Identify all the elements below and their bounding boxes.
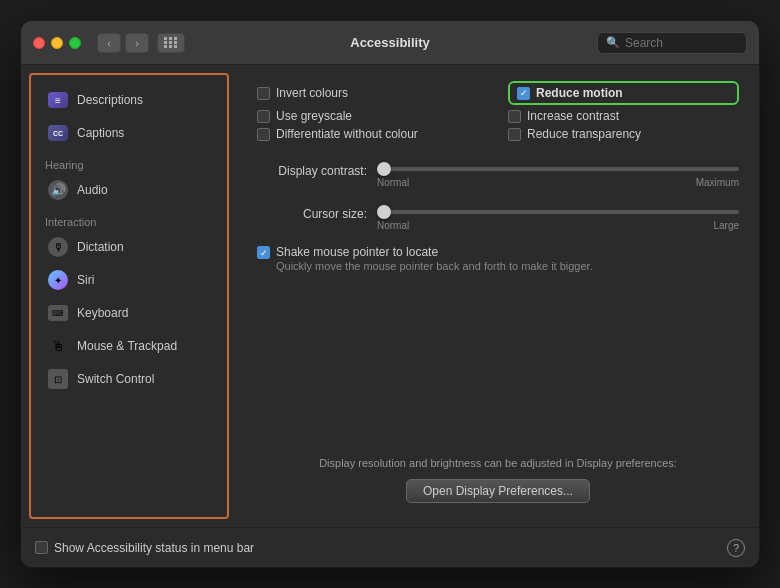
sidebar-item-mouse[interactable]: 🖱 Mouse & Trackpad: [35, 330, 223, 362]
back-button[interactable]: ‹: [97, 33, 121, 53]
sidebar-item-keyboard[interactable]: ⌨ Keyboard: [35, 297, 223, 329]
section-hearing: Hearing: [31, 153, 227, 173]
sidebar-label-descriptions: Descriptions: [77, 93, 143, 107]
window-title: Accessibility: [350, 35, 430, 50]
sidebar-item-descriptions[interactable]: Descriptions: [35, 84, 223, 116]
reduce-transparency-label: Reduce transparency: [527, 127, 641, 141]
sidebar-label-captions: Captions: [77, 126, 124, 140]
sidebar-label-siri: Siri: [77, 273, 94, 287]
cursor-size-slider-wrapper: Normal Large: [377, 200, 739, 231]
shake-title: Shake mouse pointer to locate: [276, 245, 593, 259]
display-contrast-label: Display contrast:: [257, 164, 367, 178]
display-note: Display resolution and brightness can be…: [257, 449, 739, 473]
reduce-transparency-checkbox[interactable]: [508, 128, 521, 141]
search-icon: 🔍: [606, 36, 620, 49]
minimize-button[interactable]: [51, 37, 63, 49]
sidebar-item-captions[interactable]: Captions: [35, 117, 223, 149]
reduce-motion-label: Reduce motion: [536, 86, 623, 100]
sidebar-item-audio[interactable]: 🔊 Audio: [35, 174, 223, 206]
audio-icon: 🔊: [47, 179, 69, 201]
mouse-icon: 🖱: [47, 335, 69, 357]
traffic-lights: [33, 37, 81, 49]
maximize-button[interactable]: [69, 37, 81, 49]
help-button[interactable]: ?: [727, 539, 745, 557]
shake-description: Quickly move the mouse pointer back and …: [276, 260, 593, 272]
increase-contrast-checkbox[interactable]: [508, 110, 521, 123]
show-status-row: Show Accessibility status in menu bar: [35, 541, 254, 555]
open-display-preferences-button[interactable]: Open Display Preferences...: [406, 479, 590, 503]
captions-icon: [47, 122, 69, 144]
greyscale-label: Use greyscale: [276, 109, 352, 123]
cursor-size-slider[interactable]: [377, 210, 739, 214]
greyscale-checkbox[interactable]: [257, 110, 270, 123]
shake-row: Shake mouse pointer to locate Quickly mo…: [257, 245, 739, 272]
increase-contrast-label: Increase contrast: [527, 109, 619, 123]
option-increase-contrast[interactable]: Increase contrast: [508, 109, 739, 123]
display-contrast-slider-wrapper: Normal Maximum: [377, 157, 739, 188]
switch-icon: ⊡: [47, 368, 69, 390]
sidebar-label-mouse: Mouse & Trackpad: [77, 339, 177, 353]
shake-text: Shake mouse pointer to locate Quickly mo…: [276, 245, 593, 272]
display-contrast-max: Maximum: [696, 177, 739, 188]
option-invert-colours[interactable]: Invert colours: [257, 81, 488, 105]
shake-checkbox[interactable]: [257, 246, 270, 259]
invert-colours-label: Invert colours: [276, 86, 348, 100]
sidebar-label-audio: Audio: [77, 183, 108, 197]
invert-colours-checkbox[interactable]: [257, 87, 270, 100]
forward-button[interactable]: ›: [125, 33, 149, 53]
grid-button[interactable]: [157, 33, 185, 53]
display-contrast-range: Normal Maximum: [377, 177, 739, 188]
reduce-motion-checkbox[interactable]: [517, 87, 530, 100]
sidebar: Descriptions Captions Hearing 🔊 Audio In…: [29, 73, 229, 519]
siri-icon: ✦: [47, 269, 69, 291]
search-input[interactable]: [625, 36, 738, 50]
keyboard-icon: ⌨: [47, 302, 69, 324]
cursor-size-label: Cursor size:: [257, 207, 367, 221]
search-box[interactable]: 🔍: [597, 32, 747, 54]
differentiate-label: Differentiate without colour: [276, 127, 418, 141]
sidebar-item-siri[interactable]: ✦ Siri: [35, 264, 223, 296]
display-contrast-slider[interactable]: [377, 167, 739, 171]
options-grid: Invert colours Reduce motion Use greysca…: [257, 81, 739, 141]
cursor-size-range: Normal Large: [377, 220, 739, 231]
sidebar-item-switch[interactable]: ⊡ Switch Control: [35, 363, 223, 395]
display-contrast-row: Display contrast: Normal Maximum: [257, 157, 739, 188]
cursor-size-min: Normal: [377, 220, 409, 231]
bottom-bar: Show Accessibility status in menu bar ?: [21, 527, 759, 567]
descriptions-icon: [47, 89, 69, 111]
sidebar-item-dictation[interactable]: 🎙 Dictation: [35, 231, 223, 263]
content-area: Descriptions Captions Hearing 🔊 Audio In…: [21, 65, 759, 527]
sidebar-label-dictation: Dictation: [77, 240, 124, 254]
differentiate-checkbox[interactable]: [257, 128, 270, 141]
close-button[interactable]: [33, 37, 45, 49]
sidebar-label-switch: Switch Control: [77, 372, 154, 386]
main-panel: Invert colours Reduce motion Use greysca…: [237, 65, 759, 527]
show-status-label: Show Accessibility status in menu bar: [54, 541, 254, 555]
section-interaction: Interaction: [31, 210, 227, 230]
option-greyscale[interactable]: Use greyscale: [257, 109, 488, 123]
option-differentiate[interactable]: Differentiate without colour: [257, 127, 488, 141]
reduce-motion-wrapper: Reduce motion: [508, 81, 739, 105]
show-status-checkbox[interactable]: [35, 541, 48, 554]
option-reduce-transparency[interactable]: Reduce transparency: [508, 127, 739, 141]
sidebar-label-keyboard: Keyboard: [77, 306, 128, 320]
cursor-size-row: Cursor size: Normal Large: [257, 200, 739, 231]
display-contrast-min: Normal: [377, 177, 409, 188]
grid-icon: [164, 37, 178, 48]
titlebar: ‹ › Accessibility 🔍: [21, 21, 759, 65]
main-window: ‹ › Accessibility 🔍 Descriptions: [20, 20, 760, 568]
cursor-size-max: Large: [713, 220, 739, 231]
nav-buttons: ‹ ›: [97, 33, 149, 53]
dictation-icon: 🎙: [47, 236, 69, 258]
